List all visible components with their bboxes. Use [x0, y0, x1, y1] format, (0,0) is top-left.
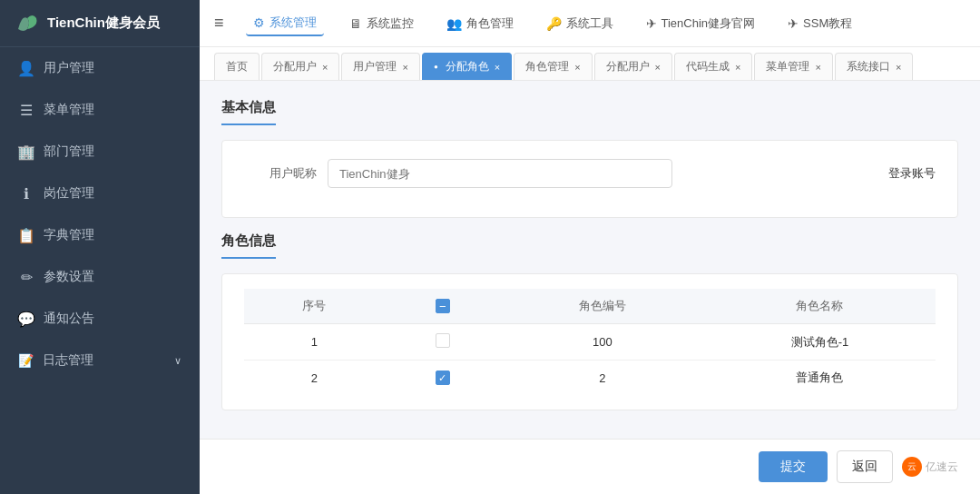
table-body: 1 100 测试角色-1 2	[244, 324, 936, 396]
tab-role-manage[interactable]: 角色管理 ×	[514, 53, 592, 80]
watermark: 云 亿速云	[902, 457, 958, 477]
role-table: 序号 角色编号 角色名称 1	[244, 289, 936, 395]
settings-icon: ⚙	[253, 15, 265, 30]
monitor-icon: 🖥	[349, 16, 362, 31]
table-row: 1 100 测试角色-1	[244, 324, 936, 361]
row-checkbox-1[interactable]	[436, 333, 450, 348]
sidebar-item-label: 日志管理	[43, 352, 93, 369]
close-icon[interactable]: ×	[574, 62, 580, 73]
close-icon[interactable]: ×	[815, 62, 820, 73]
close-icon[interactable]: ×	[655, 62, 661, 73]
role-info-section: 角色信息 序号 角色编号 角色名称	[221, 232, 958, 410]
sidebar-item-log[interactable]: 📝 日志管理 ∨	[0, 340, 200, 381]
sidebar-item-label: 用户管理	[44, 60, 94, 76]
sidebar-item-dept[interactable]: 🏢 部门管理	[0, 131, 200, 173]
sidebar-item-label: 字典管理	[44, 227, 94, 243]
basic-info-form: 用户昵称 登录账号	[221, 140, 958, 218]
tab-code-gen[interactable]: 代码生成 ×	[674, 53, 752, 80]
submit-button[interactable]: 提交	[759, 451, 828, 482]
sidebar-item-label: 通知公告	[44, 311, 94, 327]
table-row: 2 2 普通角色	[244, 361, 936, 396]
chevron-down-icon: ∨	[174, 355, 181, 367]
sidebar-logo: TienChin健身会员	[0, 0, 200, 47]
sidebar-logo-text: TienChin健身会员	[47, 15, 160, 32]
col-role-code: 角色编号	[501, 289, 704, 324]
watermark-text: 亿速云	[926, 459, 958, 475]
bottom-action-bar: 提交 返回 云 亿速云	[200, 439, 980, 494]
tab-assign-user[interactable]: 分配用户 ×	[261, 53, 339, 80]
cell-code-2: 2	[501, 361, 704, 396]
nav-sys-tool[interactable]: 🔑 系统工具	[539, 12, 621, 35]
nav-sys-manage[interactable]: ⚙ 系统管理	[246, 11, 324, 36]
nav-sys-monitor[interactable]: 🖥 系统监控	[342, 12, 421, 35]
row-checkbox-2[interactable]	[436, 370, 450, 385]
cell-name-2: 普通角色	[704, 361, 936, 396]
col-checkbox	[385, 289, 501, 324]
ssm-icon: ✈	[788, 16, 799, 31]
tab-home[interactable]: 首页	[214, 53, 260, 80]
nav-role-manage[interactable]: 👥 角色管理	[439, 12, 521, 35]
user-icon: 👤	[18, 60, 34, 76]
tab-assign-user2[interactable]: 分配用户 ×	[594, 53, 672, 80]
cell-name-1: 测试角色-1	[704, 324, 936, 361]
sidebar-item-label: 参数设置	[44, 269, 94, 285]
tab-user-manage[interactable]: 用户管理 ×	[341, 53, 419, 80]
page-content: 基本信息 用户昵称 登录账号 角色信息 序号	[200, 81, 980, 439]
role-info-title: 角色信息	[221, 232, 276, 259]
close-icon[interactable]: ×	[402, 62, 407, 73]
cell-cb-1	[385, 324, 501, 361]
sidebar-item-post[interactable]: ℹ 岗位管理	[0, 173, 200, 214]
login-label: 登录账号	[888, 165, 936, 182]
sidebar-item-params[interactable]: ✏ 参数设置	[0, 256, 200, 298]
tool-icon: 🔑	[546, 16, 562, 31]
cell-code-1: 100	[501, 324, 704, 361]
watermark-logo-icon: 云	[902, 457, 922, 477]
notice-icon: 💬	[18, 311, 34, 327]
dict-icon: 📋	[18, 227, 34, 243]
sidebar-item-label: 部门管理	[44, 143, 94, 160]
tab-sys-interface[interactable]: 系统接口 ×	[835, 53, 913, 80]
nav-tienchin-official[interactable]: ✈ TienChin健身官网	[639, 12, 763, 35]
cell-seq-2: 2	[244, 361, 385, 396]
nickname-row: 用户昵称 登录账号	[244, 159, 936, 188]
nickname-input[interactable]	[328, 159, 672, 188]
col-seq: 序号	[244, 289, 385, 324]
close-icon[interactable]: ×	[735, 62, 740, 73]
sidebar-item-dict[interactable]: 📋 字典管理	[0, 214, 200, 256]
log-icon: 📝	[18, 353, 34, 368]
main-content: ≡ ⚙ 系统管理 🖥 系统监控 👥 角色管理 🔑 系统工具 ✈ TienChin…	[200, 0, 980, 494]
back-button[interactable]: 返回	[837, 450, 893, 483]
close-icon[interactable]: ×	[896, 62, 901, 73]
sidebar-item-notice[interactable]: 💬 通知公告	[0, 298, 200, 340]
tab-assign-role[interactable]: ● 分配角色 ×	[422, 53, 512, 80]
post-icon: ℹ	[18, 185, 34, 202]
tab-menu-manage[interactable]: 菜单管理 ×	[754, 53, 832, 80]
cell-cb-2	[385, 361, 501, 396]
menu-icon: ☰	[18, 102, 34, 118]
official-icon: ✈	[646, 16, 657, 31]
sidebar-item-menu[interactable]: ☰ 菜单管理	[0, 89, 200, 131]
nickname-label: 用户昵称	[244, 165, 317, 182]
cell-seq-1: 1	[244, 324, 385, 361]
dept-icon: 🏢	[18, 143, 34, 160]
sidebar-item-user[interactable]: 👤 用户管理	[0, 47, 200, 89]
basic-info-section: 基本信息 用户昵称 登录账号	[221, 99, 958, 218]
hamburger-icon[interactable]: ≡	[214, 14, 224, 33]
role-table-container: 序号 角色编号 角色名称 1	[221, 273, 958, 410]
close-icon[interactable]: ×	[495, 62, 500, 73]
params-icon: ✏	[18, 269, 34, 285]
close-icon[interactable]: ×	[322, 62, 328, 73]
tabs-bar: 首页 分配用户 × 用户管理 × ● 分配角色 × 角色管理 × 分配用户 × …	[200, 47, 980, 81]
sidebar: TienChin健身会员 👤 用户管理 ☰ 菜单管理 🏢 部门管理 ℹ 岗位管理…	[0, 0, 200, 494]
sidebar-item-label: 岗位管理	[44, 185, 94, 202]
dot-icon: ●	[434, 63, 438, 71]
header-checkbox[interactable]	[436, 299, 450, 313]
sidebar-item-label: 菜单管理	[44, 102, 94, 118]
basic-info-title: 基本信息	[221, 99, 276, 125]
col-role-name: 角色名称	[704, 289, 936, 324]
header-checkbox-wrap	[436, 299, 450, 313]
logo-icon	[15, 11, 40, 36]
top-navigation: ≡ ⚙ 系统管理 🖥 系统监控 👥 角色管理 🔑 系统工具 ✈ TienChin…	[200, 0, 980, 47]
nav-ssm-tutorial[interactable]: ✈ SSM教程	[780, 12, 859, 35]
role-icon: 👥	[446, 16, 462, 31]
